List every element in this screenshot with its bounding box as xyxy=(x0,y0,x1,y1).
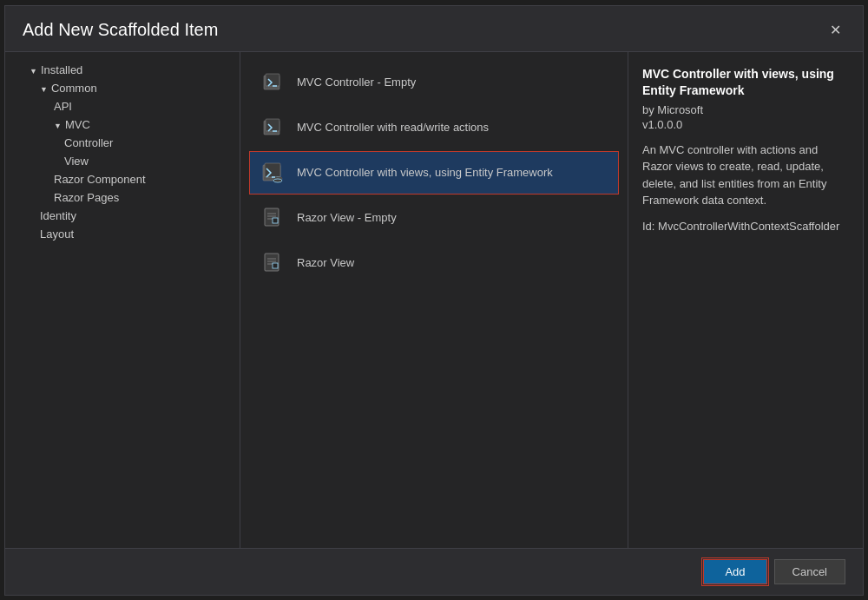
item-mvc-empty[interactable]: MVC Controller - Empty xyxy=(249,61,619,104)
common-arrow xyxy=(40,82,48,95)
sidebar-item-api[interactable]: API xyxy=(5,97,240,115)
item-razor-empty-label: Razor View - Empty xyxy=(297,211,397,224)
item-mvc-empty-label: MVC Controller - Empty xyxy=(297,76,416,89)
item-mvc-ef[interactable]: MVC Controller with views, using Entity … xyxy=(249,151,619,195)
sidebar-item-identity[interactable]: Identity xyxy=(5,207,240,225)
layout-label: Layout xyxy=(40,227,74,241)
item-mvc-readwrite[interactable]: MVC Controller with read/write actions xyxy=(249,106,619,149)
sidebar-item-controller[interactable]: Controller xyxy=(5,134,240,152)
add-scaffolded-item-dialog: Add New Scaffolded Item ✕ Installed Comm… xyxy=(4,5,864,596)
detail-by: by Microsoft xyxy=(642,103,849,116)
dialog-footer: Add Cancel xyxy=(5,548,863,595)
detail-panel: MVC Controller with views, using Entity … xyxy=(628,52,863,548)
close-button[interactable]: ✕ xyxy=(825,20,845,41)
svg-rect-7 xyxy=(265,163,280,177)
item-razor-view-label: Razor View xyxy=(297,256,354,269)
sidebar-item-mvc[interactable]: MVC xyxy=(5,115,240,134)
item-razor-view[interactable]: Razor View xyxy=(249,241,619,285)
installed-label: Installed xyxy=(41,63,82,76)
detail-version: v1.0.0.0 xyxy=(642,118,849,131)
item-mvc-readwrite-label: MVC Controller with read/write actions xyxy=(297,121,489,134)
cancel-button[interactable]: Cancel xyxy=(774,559,845,584)
item-mvc-ef-label: MVC Controller with views, using Entity … xyxy=(297,166,553,179)
sidebar-item-layout[interactable]: Layout xyxy=(5,225,240,243)
api-label: API xyxy=(54,100,72,113)
installed-arrow xyxy=(30,63,37,76)
items-panel: MVC Controller - Empty MVC Controller wi… xyxy=(240,52,628,548)
item-mvc-ef-icon xyxy=(259,159,286,187)
svg-rect-4 xyxy=(266,119,279,131)
sidebar-item-installed[interactable]: Installed xyxy=(5,61,240,79)
common-label: Common xyxy=(51,82,97,95)
razor-pages-label: Razor Pages xyxy=(54,191,119,204)
razor-component-label: Razor Component xyxy=(54,173,146,186)
detail-title: MVC Controller with views, using Entity … xyxy=(642,66,849,100)
detail-id: Id: MvcControllerWithContextScaffolder xyxy=(642,220,849,233)
sidebar-item-razor-pages[interactable]: Razor Pages xyxy=(5,188,240,207)
identity-label: Identity xyxy=(40,209,76,222)
sidebar-item-razor-component[interactable]: Razor Component xyxy=(5,170,240,188)
sidebar-item-view[interactable]: View xyxy=(5,152,240,170)
svg-rect-16 xyxy=(273,218,278,223)
item-razor-view-icon xyxy=(259,249,286,277)
item-mvc-empty-icon xyxy=(259,69,286,96)
add-button[interactable]: Add xyxy=(703,559,766,584)
mvc-label: MVC xyxy=(65,118,90,131)
item-mvc-readwrite-icon xyxy=(259,114,286,142)
item-razor-empty[interactable]: Razor View - Empty xyxy=(249,196,619,240)
sidebar: Installed Common API MVC Controller V xyxy=(5,52,240,548)
sidebar-item-common[interactable]: Common xyxy=(5,79,240,97)
view-label: View xyxy=(64,155,89,168)
mvc-arrow xyxy=(54,118,62,131)
controller-label: Controller xyxy=(64,136,113,149)
dialog-title: Add New Scaffolded Item xyxy=(23,20,218,40)
dialog-header: Add New Scaffolded Item ✕ xyxy=(5,6,863,52)
svg-point-10 xyxy=(273,179,282,182)
item-razor-empty-icon xyxy=(259,204,286,232)
detail-description: An MVC controller with actions and Razor… xyxy=(642,142,849,209)
svg-rect-1 xyxy=(266,74,279,86)
dialog-body: Installed Common API MVC Controller V xyxy=(5,52,863,548)
svg-rect-21 xyxy=(273,263,278,268)
